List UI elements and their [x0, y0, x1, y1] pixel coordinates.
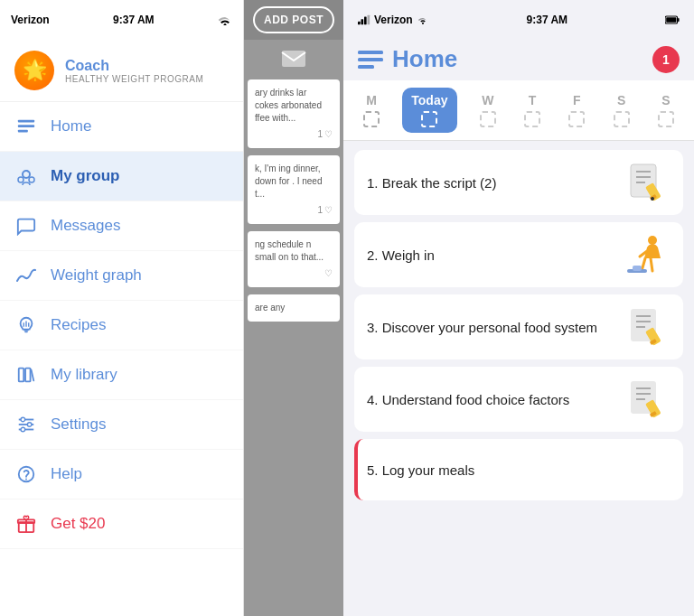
sidebar-item-mygroup-label: My group — [51, 167, 120, 185]
svg-rect-45 — [633, 266, 642, 271]
svg-rect-26 — [361, 19, 364, 24]
messages-icon — [14, 214, 38, 238]
help-icon — [14, 462, 38, 486]
svg-rect-1 — [18, 125, 34, 127]
svg-point-18 — [21, 427, 25, 432]
day-w-label: W — [482, 93, 493, 107]
battery-icon — [665, 14, 680, 25]
day-f-label: F — [573, 93, 581, 107]
time-right: 9:37 AM — [527, 14, 568, 26]
task-1-icon — [627, 163, 671, 202]
feed-item-4[interactable]: are any — [248, 294, 340, 322]
feed-item-1-text: ary drinks lar cokes arbonated ffee with… — [255, 87, 333, 125]
svg-point-17 — [27, 423, 32, 427]
status-left: Verizon — [358, 14, 429, 26]
task-item-3[interactable]: 3. Discover your personal food system — [354, 294, 683, 359]
task-2-icon — [625, 235, 671, 275]
sidebar-item-settings-label: Settings — [51, 415, 106, 434]
day-f-checkbox — [568, 111, 585, 127]
sidebar-item-library[interactable]: My library — [0, 350, 243, 400]
coach-section[interactable]: 🌟 Coach HEALTHY WEIGHT PROGRAM — [0, 40, 243, 102]
svg-point-43 — [648, 236, 657, 245]
day-today-checkbox — [421, 111, 437, 127]
feed-item-3-like: ♡ — [255, 267, 333, 280]
day-item-today[interactable]: Today — [402, 88, 456, 133]
task-3-text: 3. Discover your personal food system — [367, 318, 627, 337]
svg-rect-25 — [358, 22, 361, 25]
svg-rect-11 — [19, 369, 24, 382]
left-panel: Verizon 9:37 AM 🌟 Coach HEALTHY WEIGHT P… — [0, 0, 244, 616]
day-item-s2[interactable]: S — [652, 89, 680, 131]
sidebar-item-get20[interactable]: Get $20 — [0, 499, 243, 549]
svg-point-4 — [18, 177, 23, 182]
gift-icon — [14, 512, 38, 536]
day-item-f[interactable]: F — [563, 89, 590, 131]
coach-info: Coach HEALTHY WEIGHT PROGRAM — [65, 58, 203, 84]
feed-item-3-text: ng schedule n small on to that... — [255, 238, 333, 264]
svg-rect-12 — [25, 369, 31, 382]
sidebar-item-weightgraph[interactable]: Weight graph — [0, 251, 243, 301]
svg-point-20 — [25, 479, 27, 481]
svg-rect-2 — [18, 130, 28, 133]
sidebar-item-recipes[interactable]: Recipes — [0, 301, 243, 350]
mail-icon-container — [244, 40, 343, 76]
day-t-checkbox — [524, 111, 540, 127]
carrier-left: Verizon — [11, 14, 50, 26]
svg-rect-7 — [24, 331, 28, 332]
day-item-t[interactable]: T — [519, 89, 546, 131]
sidebar-item-messages-label: Messages — [51, 217, 120, 235]
svg-rect-32 — [358, 51, 383, 54]
group-icon — [14, 164, 38, 188]
svg-rect-24 — [282, 51, 305, 67]
list-icon — [358, 49, 383, 70]
feed-item-2[interactable]: k, I'm ing dinner, down for . I need t..… — [248, 155, 340, 224]
day-selector: M Today W T F S S — [343, 80, 694, 141]
time-left: 9:37 AM — [113, 14, 155, 26]
task-item-4[interactable]: 4. Understand food choice factors — [354, 367, 683, 432]
day-s1-checkbox — [614, 111, 630, 127]
svg-rect-34 — [358, 65, 374, 69]
feed-item-1[interactable]: ary drinks lar cokes arbonated ffee with… — [248, 79, 340, 148]
task-2-emoji — [625, 235, 671, 275]
svg-point-5 — [29, 177, 34, 182]
day-item-s1[interactable]: S — [608, 89, 635, 131]
sidebar-item-help[interactable]: Help — [0, 450, 243, 499]
sidebar-item-home[interactable]: Home — [0, 102, 243, 152]
day-m-checkbox — [363, 111, 380, 127]
home-icon — [14, 115, 38, 138]
svg-rect-31 — [666, 17, 676, 23]
day-item-w[interactable]: W — [474, 89, 502, 131]
sidebar-item-recipes-label: Recipes — [51, 316, 106, 334]
sidebar-item-help-label: Help — [51, 465, 82, 483]
day-s2-checkbox — [658, 111, 674, 127]
sidebar-item-home-label: Home — [51, 117, 91, 135]
sidebar-item-messages[interactable]: Messages — [0, 201, 243, 251]
sidebar-item-settings[interactable]: Settings — [0, 400, 243, 450]
svg-rect-28 — [368, 15, 370, 25]
sidebar-item-weightgraph-label: Weight graph — [51, 266, 142, 285]
middle-feed: ary drinks lar cokes arbonated ffee with… — [244, 76, 343, 616]
task-item-1[interactable]: 1. Break the script (2) — [354, 150, 683, 215]
feed-item-1-like: 1 ♡ — [255, 128, 333, 141]
task-list: 1. Break the script (2) 2. Weigh in — [343, 141, 694, 616]
svg-rect-27 — [364, 17, 367, 25]
right-panel: Verizon 9:37 AM — [343, 0, 694, 616]
nav-menu: Home My group Messages — [0, 102, 243, 616]
carrier-right: Verizon — [374, 14, 413, 26]
svg-rect-33 — [358, 58, 383, 61]
notification-badge[interactable]: 1 — [652, 46, 680, 73]
home-title-icon — [358, 49, 383, 70]
sidebar-item-library-label: My library — [51, 366, 117, 384]
feed-item-2-text: k, I'm ing dinner, down for . I need t..… — [255, 163, 333, 201]
feed-item-3[interactable]: ng schedule n small on to that... ♡ — [248, 231, 340, 287]
day-item-m[interactable]: M — [358, 89, 385, 131]
add-post-button[interactable]: ADD POST — [253, 6, 334, 33]
task-item-2[interactable]: 2. Weigh in — [354, 222, 683, 287]
day-t-label: T — [529, 93, 537, 107]
task-item-5[interactable]: 5. Log your meals — [354, 439, 683, 500]
task-4-emoji — [627, 379, 671, 419]
sidebar-item-mygroup[interactable]: My group — [0, 152, 243, 201]
library-icon — [14, 363, 38, 387]
day-w-checkbox — [480, 111, 496, 127]
wifi-icon-right — [417, 14, 429, 25]
